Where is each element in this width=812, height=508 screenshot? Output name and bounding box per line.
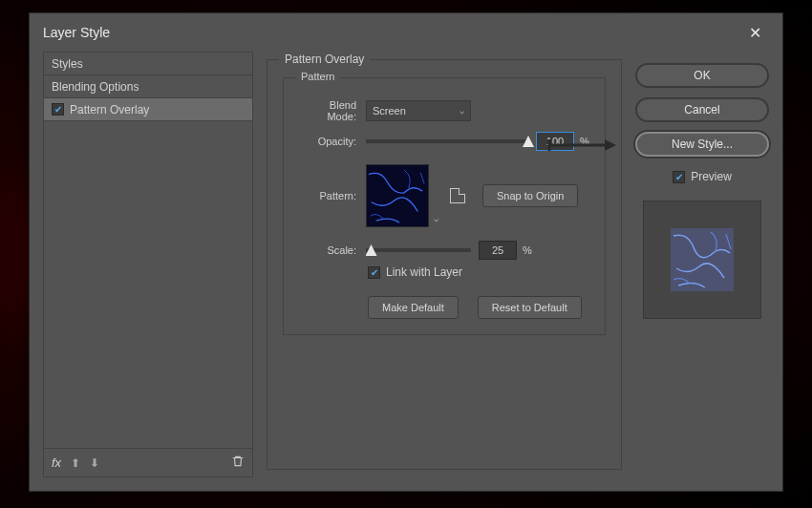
scale-thumb[interactable] [366, 244, 377, 256]
pattern-overlay-settings: Pattern Overlay Pattern Blend Mode: Scre… [267, 52, 622, 477]
opacity-unit: % [580, 136, 589, 147]
snap-to-origin-button[interactable]: Snap to Origin [482, 184, 578, 207]
pattern-label: Pattern: [299, 190, 366, 201]
arrow-down-icon[interactable]: ⬇ [90, 456, 99, 470]
opacity-label: Opacity: [299, 136, 366, 147]
create-pattern-icon[interactable] [450, 188, 465, 203]
blend-mode-label: Blend Mode: [299, 99, 366, 122]
blend-mode-select[interactable]: Screen ⌵ [366, 100, 471, 121]
link-with-layer-checkbox[interactable]: ✔ [368, 266, 380, 279]
layer-style-dialog: Layer Style ✕ Styles Blending Options ✔ … [29, 12, 783, 492]
styles-footer: fx ⬆ ⬇ [44, 448, 252, 476]
section-title: Pattern Overlay [279, 53, 370, 66]
svg-rect-0 [367, 165, 428, 226]
opacity-slider[interactable] [366, 139, 528, 143]
blending-options-row[interactable]: Blending Options [44, 75, 252, 98]
styles-header[interactable]: Styles [44, 53, 252, 75]
blend-mode-value: Screen [373, 105, 406, 116]
styles-panel: Styles Blending Options ✔ Pattern Overla… [43, 52, 253, 477]
chevron-down-icon: ⌵ [459, 106, 464, 116]
pattern-overlay-row[interactable]: ✔ Pattern Overlay [44, 98, 252, 121]
new-style-button[interactable]: New Style... [635, 132, 769, 157]
scale-slider[interactable] [366, 248, 471, 252]
preview-checkbox[interactable]: ✔ [673, 171, 685, 183]
arrow-up-icon[interactable]: ⬆ [71, 456, 80, 470]
scale-label: Scale: [299, 244, 366, 256]
pattern-overlay-checkbox[interactable]: ✔ [52, 103, 64, 116]
scale-unit: % [523, 244, 532, 256]
cancel-button[interactable]: Cancel [635, 97, 769, 122]
titlebar: Layer Style ✕ [30, 13, 782, 52]
opacity-input[interactable] [536, 132, 574, 151]
reset-to-default-button[interactable]: Reset to Default [478, 296, 582, 319]
preview-label: Preview [691, 170, 732, 183]
link-with-layer-label: Link with Layer [386, 265, 462, 279]
close-icon[interactable]: ✕ [741, 20, 769, 46]
subsection-title: Pattern [295, 71, 340, 82]
preview-thumbnail [643, 201, 761, 319]
fx-icon[interactable]: fx [52, 455, 61, 470]
styles-label: Styles [52, 57, 83, 71]
pattern-overlay-label: Pattern Overlay [70, 103, 149, 116]
opacity-thumb[interactable] [523, 136, 534, 147]
scale-input[interactable] [479, 241, 517, 260]
svg-rect-1 [671, 228, 734, 291]
dialog-title: Layer Style [43, 25, 110, 40]
trash-icon[interactable] [231, 455, 245, 471]
blending-options-label: Blending Options [52, 80, 139, 94]
make-default-button[interactable]: Make Default [368, 296, 459, 319]
pattern-picker-arrow[interactable]: ⌵ [429, 164, 442, 227]
ok-button[interactable]: OK [635, 63, 769, 88]
right-buttons: OK Cancel New Style... ✔ Preview [635, 52, 769, 477]
pattern-swatch[interactable] [366, 164, 429, 227]
